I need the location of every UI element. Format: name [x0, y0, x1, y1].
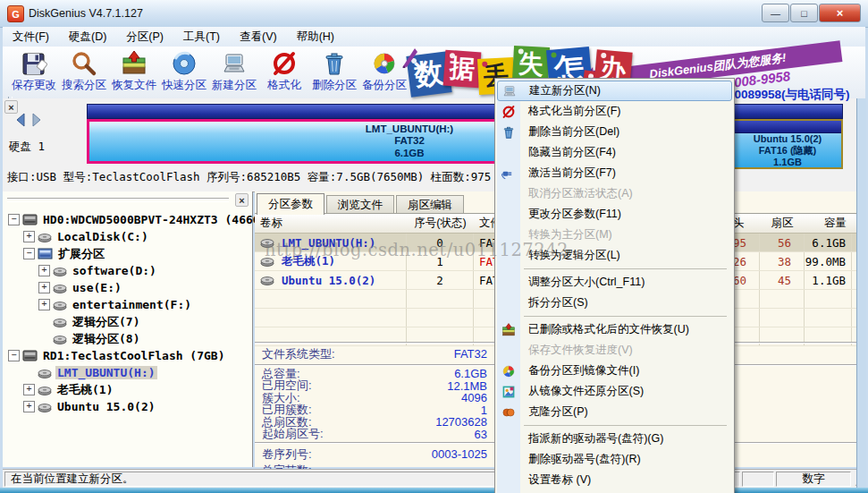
tree-item[interactable]: + LocalDisk(C:) [3, 228, 249, 245]
recover-files-icon [121, 47, 147, 77]
expander-icon[interactable]: − [8, 350, 20, 361]
col-status[interactable]: 序号(状态) [407, 216, 474, 231]
window-right-border [856, 98, 866, 488]
tree-scrollbar[interactable] [7, 198, 229, 202]
numlock-indicator: 数字 [776, 472, 851, 487]
delete-partition-icon [497, 125, 520, 140]
partition-icon [53, 300, 67, 310]
context-menu-item[interactable]: 格式化当前分区(F) [497, 101, 732, 122]
tree-item[interactable]: + software(D:) [3, 262, 249, 279]
prev-disk-icon[interactable] [14, 113, 27, 127]
context-menu-item[interactable]: 备份分区到镜像文件(I) [497, 361, 732, 381]
close-button[interactable]: × [819, 4, 861, 22]
toolbar-button[interactable]: 搜索分区 [59, 47, 109, 97]
partition-block-ubuntu[interactable]: Ubuntu 15.0(2) FAT16 (隐藏) 1.1GB [732, 119, 843, 169]
partition-name: LMT_UBUNTU(H:) [366, 123, 453, 136]
context-menu-item[interactable]: 指派新的驱动器号(盘符)(G) [497, 429, 732, 449]
context-menu-item[interactable]: 调整分区大小(Ctrl_F11) [497, 272, 732, 293]
partition-icon [260, 275, 274, 285]
context-menu-item[interactable]: 拆分分区(S) [497, 293, 732, 313]
expander-icon[interactable]: + [23, 384, 35, 395]
tree-item[interactable]: 逻辑分区(8) [3, 330, 249, 347]
tree-item[interactable]: LMT_UBUNTU(H:) [3, 364, 249, 381]
context-menu-item[interactable]: 取消分区激活状态(A) [497, 183, 732, 204]
menu-bar: 文件(F) 硬盘(D) 分区(P) 工具(T) 查看(V) 帮助(H) [3, 27, 865, 47]
tab[interactable]: 分区参数 [257, 193, 324, 215]
menubar-item[interactable]: 分区(P) [116, 27, 173, 47]
toolbar-button[interactable]: 快速分区 [159, 47, 209, 97]
toolbar-button[interactable]: 删除分区 [309, 47, 359, 97]
menubar-item[interactable]: 查看(V) [230, 27, 287, 47]
tree-item[interactable]: 逻辑分区(7) [3, 313, 249, 330]
context-menu-item[interactable]: 设置卷标 (V) [497, 470, 732, 490]
expander-icon[interactable]: + [38, 282, 50, 293]
backup-partition-icon [371, 47, 398, 77]
expander-icon[interactable]: + [23, 231, 35, 242]
recover-files-icon [497, 323, 520, 337]
tree-item[interactable]: + use(E:) [3, 279, 249, 296]
col-sectors[interactable]: 扇区 [760, 216, 805, 231]
restore-image-icon [497, 385, 520, 399]
partition-icon [53, 266, 67, 276]
tree-item[interactable]: − 扩展分区 [3, 245, 249, 262]
context-menu-item[interactable]: 保存文件恢复进度(V) [497, 340, 732, 361]
banner-qq-text: 00089958(与电话同号) [728, 87, 850, 103]
maximize-icon: □ [801, 8, 807, 19]
partition-icon [38, 368, 52, 378]
format-icon [271, 47, 298, 77]
tree-item[interactable]: + entertainment(F:) [3, 296, 249, 313]
toolbar-button[interactable]: 新建分区 [209, 47, 259, 97]
partition-icon [38, 402, 52, 412]
tree-panel-close-button[interactable]: × [235, 193, 249, 207]
toolbar-button[interactable]: 保存更改 [9, 47, 59, 97]
partition-icon [53, 317, 67, 327]
partition-icon [53, 334, 67, 344]
next-disk-icon[interactable] [30, 113, 43, 127]
close-icon: × [8, 102, 13, 113]
context-menu-item[interactable]: 更改分区参数(F11) [497, 204, 732, 225]
partition-icon [38, 232, 52, 242]
tree-item[interactable]: + Ubuntu 15.0(2) [3, 398, 249, 415]
disk-nav [14, 113, 43, 127]
context-menu-item[interactable]: 删除当前分区(Del) [497, 122, 732, 142]
toolbar-button[interactable]: 恢复文件 [109, 47, 159, 97]
menubar-item[interactable]: 文件(F) [3, 27, 59, 47]
tree-item[interactable]: − HD0:WDCWD5000BPVT-24HXZT3 (466GB) [3, 211, 249, 228]
minimize-button[interactable]: — [762, 4, 789, 22]
maximize-button[interactable]: □ [790, 4, 818, 22]
tree-item[interactable]: − RD1:TeclastCoolFlash (7GB) [3, 347, 249, 364]
context-menu-item[interactable]: 删除驱动器号(盘符)(R) [497, 449, 732, 470]
context-menu-item[interactable]: 隐藏当前分区(F4) [497, 142, 732, 163]
quill-pen-icon [400, 45, 420, 68]
partition-cap [734, 121, 841, 133]
context-menu-item[interactable]: 激活当前分区(F7) [497, 163, 732, 183]
tree-item[interactable]: + 老毛桃(1) [3, 381, 249, 398]
partition-icon [53, 283, 67, 293]
delete-partition-icon [321, 47, 348, 77]
menu-separator [524, 425, 727, 426]
toolbar-button[interactable]: 格式化 [259, 47, 309, 97]
app-icon: G [7, 5, 24, 22]
disk-label: 硬盘 1 [9, 140, 45, 155]
tab-strip: 分区参数 浏览文件 扇区编辑 [257, 193, 466, 215]
menubar-item[interactable]: 帮助(H) [287, 27, 344, 47]
quick-partition-icon [171, 47, 198, 77]
expander-icon[interactable]: + [38, 265, 50, 276]
tab[interactable]: 扇区编辑 [396, 195, 464, 215]
col-capacity[interactable]: 容量 [805, 216, 852, 231]
format-icon [497, 105, 520, 119]
menubar-item[interactable]: 工具(T) [173, 27, 230, 47]
expander-icon[interactable]: + [23, 401, 35, 412]
tab[interactable]: 浏览文件 [326, 195, 394, 215]
status-bar: 在当前位置建立新分区。 数字 ⋰ [3, 469, 865, 488]
context-menu-item[interactable]: 克隆分区(P) [497, 402, 732, 422]
expander-icon[interactable]: + [38, 299, 50, 310]
expander-icon[interactable]: − [8, 214, 20, 225]
disk-panel-close-button[interactable]: × [4, 100, 18, 114]
col-volume[interactable]: 卷标 [255, 216, 407, 231]
context-menu-item[interactable]: 建立新分区(N) [497, 81, 732, 101]
menubar-item[interactable]: 硬盘(D) [59, 27, 116, 47]
context-menu-item[interactable]: 已删除或格式化后的文件恢复(U) [497, 319, 732, 340]
context-menu-item[interactable]: 从镜像文件还原分区(S) [497, 381, 732, 402]
expander-icon[interactable]: − [23, 248, 35, 259]
